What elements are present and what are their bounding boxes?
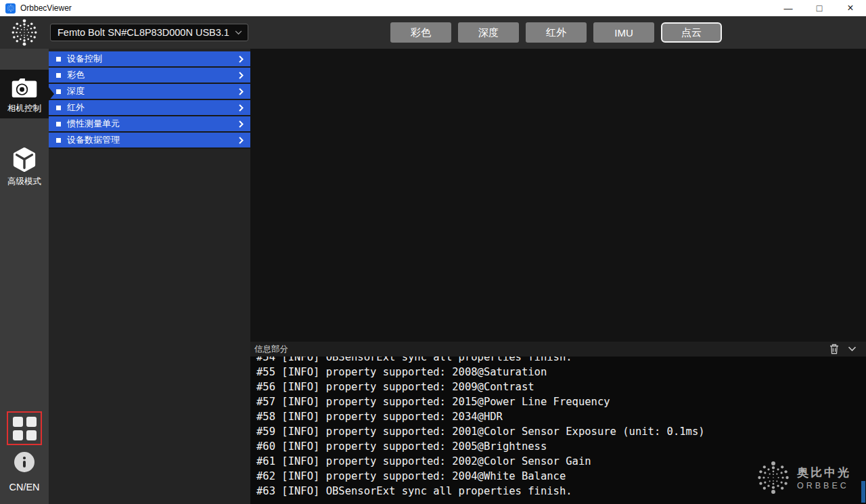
info-button[interactable]: [14, 452, 35, 472]
device-selector-value: Femto Bolt SN#CL8P83D000N USB3.1: [58, 27, 235, 38]
multi-device-grid-button[interactable]: [7, 411, 42, 445]
language-toggle[interactable]: CN/EN: [0, 482, 49, 492]
color-stream-button[interactable]: 彩色: [390, 22, 451, 43]
stream-buttons: 彩色 深度 红外 IMU 点云: [390, 22, 722, 43]
log-line: #60 [INFO] property supported: 2005@Brig…: [256, 439, 866, 454]
cube-icon: [12, 147, 37, 173]
chevron-right-icon: [239, 88, 244, 95]
toolbar: Femto Bolt SN#CL8P83D000N USB3.1 彩色 深度 红…: [0, 16, 866, 49]
bullet-icon: [56, 57, 61, 62]
grid-icon: [13, 417, 23, 427]
window-title: OrbbecViewer: [20, 3, 773, 13]
bullet-icon: [56, 89, 61, 94]
info-icon: [23, 457, 26, 459]
pointcloud-stream-button[interactable]: 点云: [661, 22, 722, 43]
sidebar-item-label: 相机控制: [7, 104, 41, 113]
watermark-cn: 奥比中光: [797, 465, 851, 480]
log-scrollbar-thumb[interactable]: [861, 481, 865, 503]
main-area: 相机控制 高级模式 CN/EN 设备控制: [0, 49, 866, 504]
log-title: 信息部分: [254, 344, 821, 355]
chevron-right-icon: [239, 55, 244, 63]
depth-stream-button[interactable]: 深度: [458, 22, 519, 43]
section-imu[interactable]: 惯性测量单元: [49, 116, 250, 133]
clear-log-button[interactable]: [829, 344, 839, 354]
log-line: #56 [INFO] property supported: 2009@Cont…: [256, 380, 866, 394]
imu-stream-button[interactable]: IMU: [593, 22, 654, 43]
trash-icon: [829, 344, 839, 354]
chevron-down-icon: [848, 346, 857, 352]
orbbecviewer-window: OrbbecViewer — □ × Femto Bolt SN#CL8P83D…: [0, 0, 866, 504]
app-logo-icon: [5, 3, 16, 14]
control-panel: 设备控制 彩色 深度 红外 惯性测量单元: [49, 49, 250, 504]
bullet-icon: [56, 106, 61, 110]
log-line: #58 [INFO] property supported: 2034@HDR: [256, 409, 866, 424]
close-button[interactable]: ×: [835, 0, 866, 16]
ir-stream-button[interactable]: 红外: [526, 22, 587, 43]
titlebar: OrbbecViewer — □ ×: [0, 0, 866, 16]
log-line: #59 [INFO] property supported: 2001@Colo…: [256, 424, 866, 439]
orbbec-logo-icon: [755, 459, 792, 496]
log-body[interactable]: #54 [INFO] OBSensorExt sync all properti…: [250, 357, 866, 504]
minimize-button[interactable]: —: [773, 0, 804, 16]
sidebar-item-camera-control[interactable]: 相机控制: [0, 70, 49, 118]
bullet-icon: [56, 122, 61, 127]
section-depth[interactable]: 深度: [49, 84, 250, 100]
window-controls: — □ ×: [773, 0, 866, 16]
chevron-right-icon: [239, 120, 244, 128]
bullet-icon: [56, 138, 61, 143]
render-viewport[interactable]: [250, 49, 866, 342]
section-ir[interactable]: 红外: [49, 100, 250, 116]
watermark-en: ORBBEC: [797, 481, 851, 490]
section-device-control[interactable]: 设备控制: [49, 51, 250, 68]
chevron-right-icon: [239, 72, 244, 79]
log-panel: 信息部分 #54 [INFO] OBSensorExt sync all pro…: [250, 342, 866, 504]
log-line: #54 [INFO] OBSensorExt sync all properti…: [256, 357, 866, 365]
orbbec-logo-icon: [0, 18, 49, 47]
chevron-right-icon: [239, 137, 244, 144]
log-header: 信息部分: [250, 342, 866, 357]
section-device-data[interactable]: 设备数据管理: [49, 133, 250, 149]
log-line: #57 [INFO] property supported: 2015@Powe…: [256, 394, 866, 409]
camera-icon: [11, 76, 38, 99]
sidebar-item-advanced-mode[interactable]: 高级模式: [0, 140, 49, 189]
sidebar: 相机控制 高级模式 CN/EN: [0, 49, 49, 504]
bullet-icon: [56, 73, 61, 78]
collapse-log-button[interactable]: [848, 346, 857, 352]
content-column: 信息部分 #54 [INFO] OBSensorExt sync all pro…: [250, 49, 866, 504]
maximize-button[interactable]: □: [804, 0, 835, 16]
log-line: #55 [INFO] property supported: 2008@Satu…: [256, 365, 866, 380]
section-color[interactable]: 彩色: [49, 68, 250, 84]
device-selector[interactable]: Femto Bolt SN#CL8P83D000N USB3.1: [50, 24, 248, 41]
chevron-right-icon: [239, 104, 244, 112]
orbbec-watermark: 奥比中光 ORBBEC: [755, 459, 851, 496]
sidebar-item-label: 高级模式: [7, 177, 41, 186]
chevron-down-icon: [235, 30, 242, 35]
